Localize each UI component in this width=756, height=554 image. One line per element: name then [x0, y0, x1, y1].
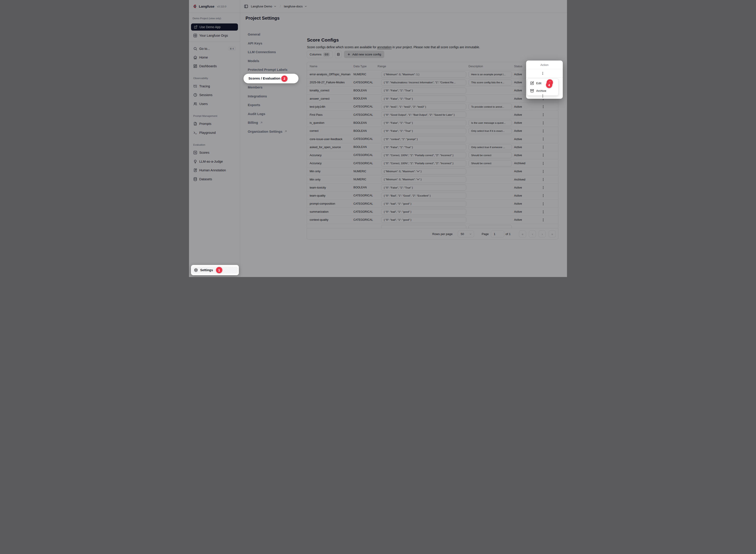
settings-label: Settings [200, 268, 213, 272]
settings-card: Settings 1 [191, 265, 239, 275]
action-column-header: Action [526, 61, 563, 69]
kebab-menu-icon[interactable] [540, 70, 545, 76]
archive-icon [530, 89, 534, 93]
kebab-menu-icon [540, 93, 545, 99]
menu-item-edit[interactable]: Edit [527, 79, 558, 87]
tour-step-1-badge: 1 [216, 267, 222, 273]
action-column-popup: Action 3 Edit [526, 61, 563, 99]
app-window: Langfuse v3.113.0 Demo Project (view onl… [189, 0, 567, 277]
gear-icon [194, 268, 198, 272]
settings-tab-scores-evaluation[interactable]: Scores / Evaluation2 [244, 74, 299, 84]
tour-dim-overlay [189, 0, 567, 277]
edit-icon [530, 81, 534, 85]
tour-step-2-badge: 2 [281, 75, 287, 82]
action-row: 3 [526, 69, 563, 77]
settings-tab-label: Scores / Evaluation [249, 76, 280, 80]
tour-step-4-badge: 4 [546, 82, 552, 88]
sidebar-item-settings[interactable]: Settings [192, 267, 238, 274]
